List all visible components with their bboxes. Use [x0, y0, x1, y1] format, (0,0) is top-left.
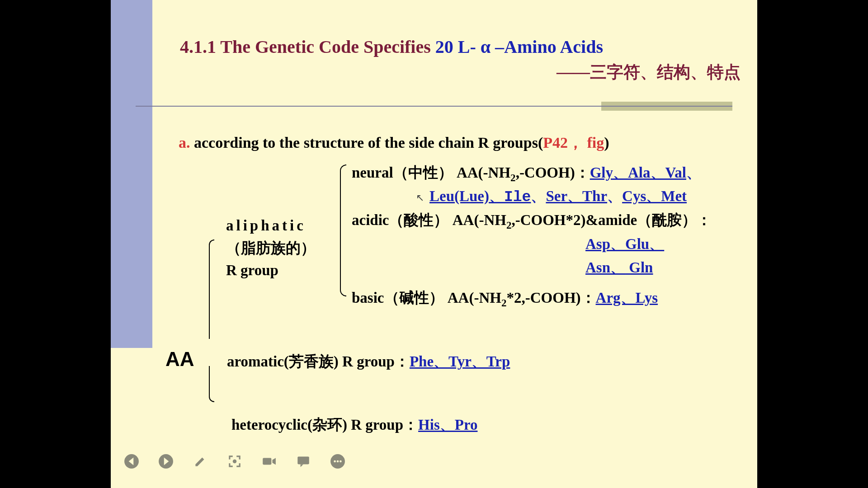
svg-rect-7: [297, 456, 309, 464]
svg-point-12: [340, 460, 342, 463]
bracket-icon: [340, 164, 346, 223]
hetero-acids[interactable]: His、Pro: [418, 417, 477, 433]
svg-point-11: [337, 460, 339, 463]
basic-acids[interactable]: Arg、Lys: [596, 290, 658, 306]
svg-rect-5: [263, 458, 271, 465]
section-a-close: ): [604, 134, 609, 151]
separator: 、: [686, 164, 701, 181]
svg-point-10: [334, 460, 336, 463]
acidic-row: acidic（酸性） AA(-NH2,-COOH*2)&amide（酰胺）：: [352, 210, 712, 231]
comments-button[interactable]: [295, 453, 312, 470]
acidic-amide-paren: （酰胺）: [637, 212, 697, 228]
aliphatic-group: R group: [226, 259, 339, 282]
content-area: a. according to the structure of the sid…: [179, 131, 748, 168]
pen-tool-button[interactable]: [192, 453, 209, 470]
acidic-asp-glu[interactable]: Asp、Glu、: [585, 236, 664, 252]
separator: 、: [607, 188, 622, 204]
more-options-button[interactable]: [329, 453, 346, 470]
acidic-formula: AA(-NH2,-COOH*2)&amide: [448, 212, 637, 228]
acidic-row-3: Asn、 Gln: [585, 258, 653, 278]
root-aa-label: AA: [165, 348, 194, 371]
aromatic-label: aromatic(芳香族) R group：: [227, 353, 410, 370]
heterocyclic-row: heterocyclic(杂环) R group：His、Pro: [231, 415, 477, 435]
neural-row-2: Leu(Lue)、Ile、Ser、Thr、Cys、Met: [429, 186, 687, 206]
neural-formula: AA(-NH2,-COOH)：: [453, 164, 590, 181]
aliphatic-paren: （脂肪族的）: [226, 237, 339, 260]
basic-formula: AA(-NH2*2,-COOH)：: [444, 290, 596, 306]
acidic-gln[interactable]: Gln: [625, 259, 653, 276]
neural-ser-thr[interactable]: Ser、Thr: [546, 188, 607, 204]
aromatic-acids[interactable]: Phe、Tyr、Trp: [410, 353, 510, 370]
neural-ile[interactable]: Ile: [504, 189, 531, 206]
horizontal-rule: [136, 106, 732, 107]
focus-mode-button[interactable]: [226, 453, 243, 470]
bracket-icon: [209, 239, 214, 339]
aliphatic-label-block: aliphatic （脂肪族的） R group: [226, 215, 339, 282]
acidic-colon: ：: [697, 212, 712, 228]
title-prefix: 4.1.1 The Genetic Code Specifies: [180, 37, 435, 57]
svg-point-4: [233, 460, 237, 464]
section-a-text: according to the structure of the side c…: [190, 134, 543, 151]
acidic-paren: （酸性）: [389, 212, 448, 228]
presentation-toolbar: [123, 453, 346, 470]
title-subtitle: ——三字符、结构、特点: [180, 61, 750, 84]
svg-marker-6: [272, 458, 275, 465]
basic-row: basic（碱性） AA(-NH2*2,-COOH)：Arg、Lys: [352, 288, 658, 309]
acidic-label: acidic: [352, 212, 389, 228]
neural-label: neural: [352, 164, 393, 181]
neural-cys-met[interactable]: Cys、Met: [622, 188, 687, 204]
aromatic-row: aromatic(芳香族) R group：Phe、Tyr、Trp: [227, 352, 510, 372]
section-a-ref: P42， fig: [543, 134, 604, 151]
acidic-asn[interactable]: Asn、: [585, 259, 625, 276]
separator: 、: [531, 188, 546, 204]
neural-acids-1[interactable]: Gly、Ala、Val: [590, 164, 686, 181]
prev-slide-button[interactable]: [123, 453, 140, 470]
basic-label: basic: [352, 290, 384, 306]
neural-leu[interactable]: Leu(Lue)、: [429, 188, 504, 204]
title-highlight: 20 L- α –Amino Acids: [435, 37, 603, 57]
neural-row: neural（中性） AA(-NH2,-COOH)：Gly、Ala、Val、: [352, 163, 701, 184]
svg-marker-8: [301, 464, 303, 467]
next-slide-button[interactable]: [157, 453, 175, 470]
neural-paren: （中性）: [393, 164, 453, 181]
cursor-icon: ↖: [416, 192, 424, 204]
section-a-label: a.: [179, 134, 190, 151]
section-a-heading: a. according to the structure of the sid…: [179, 131, 748, 155]
record-video-button[interactable]: [260, 453, 278, 470]
slide-title: 4.1.1 The Genetic Code Specifies 20 L- α…: [180, 36, 750, 84]
aliphatic-word: aliphatic: [226, 215, 339, 237]
acidic-row-2: Asp、Glu、: [585, 234, 664, 254]
bracket-icon: [340, 223, 346, 296]
basic-paren: （碱性）: [384, 290, 444, 306]
side-accent-bar: [111, 0, 152, 348]
hetero-label: heterocyclic(杂环) R group：: [231, 417, 418, 433]
bracket-icon: [209, 366, 214, 402]
